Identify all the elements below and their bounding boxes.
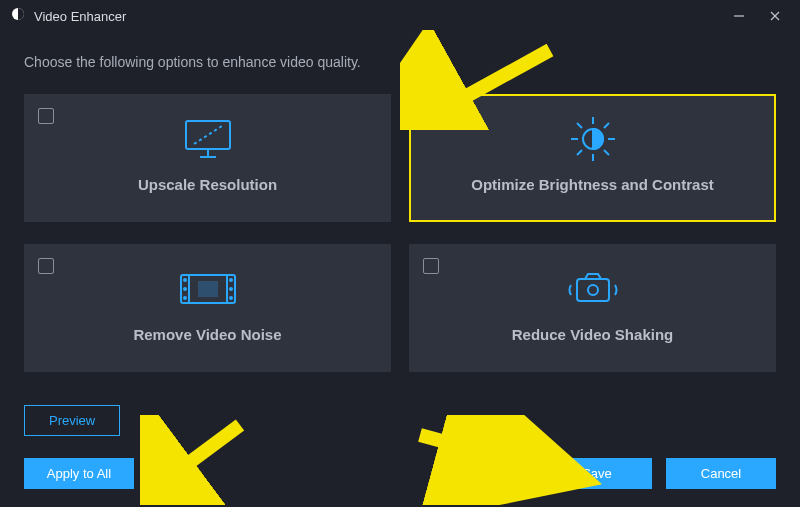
- svg-point-22: [184, 288, 186, 290]
- svg-point-21: [184, 279, 186, 281]
- option-label: Remove Video Noise: [133, 326, 281, 343]
- svg-rect-20: [198, 281, 218, 297]
- close-button[interactable]: [766, 7, 784, 25]
- checkbox-upscale[interactable]: [38, 108, 54, 124]
- content-area: Choose the following options to enhance …: [0, 32, 800, 372]
- save-button[interactable]: Save: [542, 458, 652, 489]
- svg-rect-4: [186, 121, 230, 149]
- checkbox-noise[interactable]: [38, 258, 54, 274]
- option-reduce-shaking[interactable]: Reduce Video Shaking: [409, 244, 776, 372]
- footer: Preview Apply to All Save Cancel: [0, 405, 800, 507]
- minimize-button[interactable]: [730, 7, 748, 25]
- preview-button[interactable]: Preview: [24, 405, 120, 436]
- option-brightness-contrast[interactable]: Optimize Brightness and Contrast: [409, 94, 776, 222]
- svg-line-16: [577, 150, 582, 155]
- option-label: Optimize Brightness and Contrast: [471, 176, 714, 193]
- svg-point-24: [230, 279, 232, 281]
- window-controls: [730, 7, 790, 25]
- instruction-text: Choose the following options to enhance …: [24, 54, 776, 70]
- svg-point-25: [230, 288, 232, 290]
- app-icon: [10, 6, 26, 26]
- options-grid: Upscale Resolution: [24, 94, 776, 372]
- svg-point-28: [588, 285, 598, 295]
- option-label: Upscale Resolution: [138, 176, 277, 193]
- window-title: Video Enhancer: [34, 9, 126, 24]
- option-upscale-resolution[interactable]: Upscale Resolution: [24, 94, 391, 222]
- svg-point-26: [230, 297, 232, 299]
- svg-line-13: [577, 123, 582, 128]
- option-label: Reduce Video Shaking: [512, 326, 673, 343]
- cancel-button[interactable]: Cancel: [666, 458, 776, 489]
- right-actions: Save Cancel: [542, 458, 776, 489]
- camera-shake-icon: [565, 262, 621, 316]
- checkbox-brightness[interactable]: [423, 108, 439, 124]
- checkbox-shaking[interactable]: [423, 258, 439, 274]
- film-noise-icon: [177, 262, 239, 316]
- svg-line-5: [194, 126, 222, 144]
- option-remove-noise[interactable]: Remove Video Noise: [24, 244, 391, 372]
- apply-to-all-button[interactable]: Apply to All: [24, 458, 134, 489]
- monitor-icon: [180, 112, 236, 166]
- svg-line-15: [604, 123, 609, 128]
- svg-point-23: [184, 297, 186, 299]
- svg-line-14: [604, 150, 609, 155]
- titlebar-left: Video Enhancer: [10, 6, 126, 26]
- titlebar: Video Enhancer: [0, 0, 800, 32]
- brightness-icon: [565, 112, 621, 166]
- svg-rect-27: [577, 279, 609, 301]
- action-row: Apply to All Save Cancel: [24, 458, 776, 489]
